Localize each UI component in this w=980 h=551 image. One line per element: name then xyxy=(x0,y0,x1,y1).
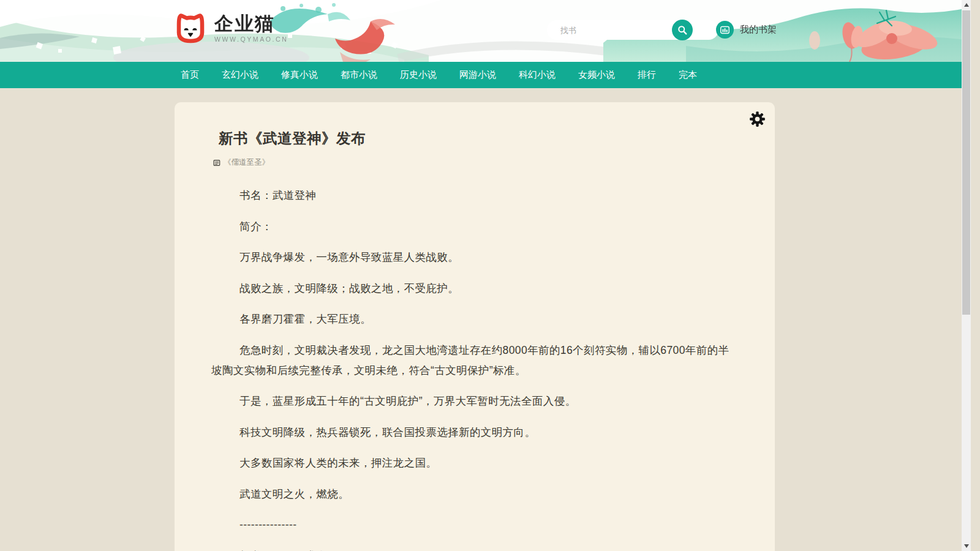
article-paragraph: 武道文明之火，燃烧。 xyxy=(211,484,738,504)
nav-item[interactable]: 修真小说 xyxy=(281,69,318,81)
article-meta: 《儒道至圣》 xyxy=(213,157,738,168)
article-paragraph: 书名：武道登神 xyxy=(211,186,738,206)
nav-item[interactable]: 科幻小说 xyxy=(519,69,556,81)
article-card: 新书《武道登神》发布 《儒道至圣》 书名：武道登神简介：万界战争爆发，一场意外导… xyxy=(175,102,775,551)
search-button[interactable] xyxy=(672,20,693,40)
nav-item[interactable]: 历史小说 xyxy=(400,69,437,81)
article-title: 新书《武道登神》发布 xyxy=(219,129,738,148)
bookshelf-icon xyxy=(716,21,734,39)
main-nav: 首页玄幻小说修真小说都市小说历史小说网游小说科幻小说女频小说排行完本 xyxy=(0,62,971,88)
article-paragraph: 战败之族，文明降级；战败之地，不受庇护。 xyxy=(211,279,738,299)
nav-item[interactable]: 女频小说 xyxy=(578,69,615,81)
article-paragraph: 科技文明降级，热兵器锁死，联合国投票选择新的文明方向。 xyxy=(211,422,738,443)
logo-text-block: 企业猫 WWW.QYMAO.CN xyxy=(214,14,288,43)
down-arrow-icon xyxy=(964,544,969,548)
settings-gear-button[interactable] xyxy=(748,111,766,128)
article-paragraph: 大多数国家将人类的未来，押注龙之国。 xyxy=(211,453,738,473)
main-content: 新书《武道登神》发布 《儒道至圣》 书名：武道登神简介：万界战争爆发，一场意外导… xyxy=(0,102,971,551)
scroll-up-button[interactable] xyxy=(962,0,971,10)
nav-item[interactable]: 都市小说 xyxy=(341,69,377,81)
nav-item[interactable]: 玄幻小说 xyxy=(222,69,258,81)
scrollbar[interactable] xyxy=(962,0,971,551)
site-header: 企业猫 WWW.QYMAO.CN xyxy=(0,0,971,62)
site-logo[interactable]: 企业猫 WWW.QYMAO.CN xyxy=(172,12,288,45)
search-input[interactable] xyxy=(547,20,718,40)
article-paragraph: 新书已发布，求支持！ xyxy=(211,546,738,551)
nav-item[interactable]: 网游小说 xyxy=(459,69,496,81)
article-body: 书名：武道登神简介：万界战争爆发，一场意外导致蓝星人类战败。战败之族，文明降级；… xyxy=(211,186,738,551)
my-bookshelf-link[interactable]: 我的书架 xyxy=(716,21,777,39)
article-paragraph: 简介： xyxy=(211,217,738,237)
header-watercolor-artwork xyxy=(0,0,971,62)
nav-item[interactable]: 首页 xyxy=(181,69,199,81)
scroll-down-button[interactable] xyxy=(962,541,971,551)
logo-title: 企业猫 xyxy=(214,14,288,34)
cat-face-icon xyxy=(172,12,209,45)
article-paragraph: 危急时刻，文明裁决者发现，龙之国大地湾遗址存在约8000年前的16个刻符实物，辅… xyxy=(211,340,738,381)
search-box xyxy=(547,20,693,40)
magnifier-icon xyxy=(677,24,688,36)
nav-item[interactable]: 排行 xyxy=(638,69,656,81)
gear-icon xyxy=(749,111,766,127)
browser-page: 企业猫 WWW.QYMAO.CN xyxy=(0,0,971,551)
article-paragraph: --------------- xyxy=(211,515,738,535)
article-paragraph: 各界磨刀霍霍，大军压境。 xyxy=(211,309,738,329)
article-paragraph: 于是，蓝星形成五十年的“古文明庇护”，万界大军暂时无法全面入侵。 xyxy=(211,391,738,411)
logo-url: WWW.QYMAO.CN xyxy=(214,36,288,43)
book-icon xyxy=(213,159,221,167)
nav-items: 首页玄幻小说修真小说都市小说历史小说网游小说科幻小说女频小说排行完本 xyxy=(181,62,971,88)
up-arrow-icon xyxy=(964,3,969,7)
source-book-link[interactable]: 《儒道至圣》 xyxy=(224,157,270,168)
bookshelf-label: 我的书架 xyxy=(740,24,777,36)
scrollbar-thumb[interactable] xyxy=(962,10,970,315)
article-paragraph: 万界战争爆发，一场意外导致蓝星人类战败。 xyxy=(211,247,738,268)
nav-item[interactable]: 完本 xyxy=(679,69,697,81)
